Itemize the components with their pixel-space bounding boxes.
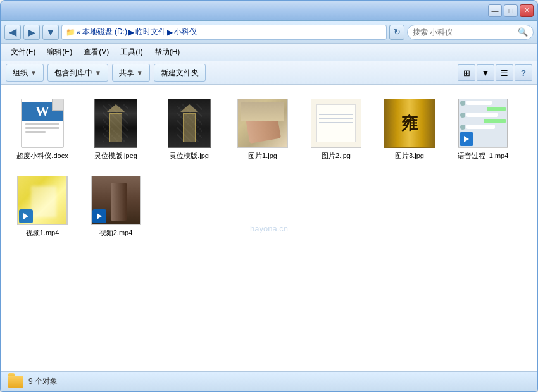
play-triangle — [97, 213, 102, 219]
view-controls: ⊞ ▼ ☰ ? — [458, 64, 532, 81]
file-grid: hayona.cn W 超度小科仪.docx — [1, 85, 537, 371]
refresh-button[interactable]: ↻ — [389, 25, 404, 40]
list-item[interactable]: W 超度小科仪.docx — [11, 95, 74, 162]
chat-row — [460, 113, 506, 118]
chat-avatar — [460, 113, 465, 118]
list-item[interactable]: 图片2.jpg — [304, 95, 368, 162]
play-triangle — [464, 136, 469, 142]
organize-button[interactable]: 组织 ▼ — [6, 64, 44, 82]
organize-arrow: ▼ — [30, 70, 37, 77]
organize-label: 组织 — [13, 68, 28, 78]
maximize-button[interactable]: □ — [504, 4, 518, 17]
new-folder-label: 新建文件夹 — [161, 68, 199, 78]
list-item[interactable]: 视频2.mp4 — [84, 173, 147, 240]
word-icon: W — [21, 99, 64, 148]
play-triangle — [23, 213, 28, 219]
breadcrumb-sep-1: ▶ — [128, 28, 134, 37]
fold-corner — [52, 99, 63, 111]
file-thumb — [17, 175, 68, 226]
search-bar[interactable]: 🔍 — [407, 25, 534, 40]
file-thumb — [311, 98, 361, 149]
status-count: 9 个对象 — [28, 376, 58, 387]
view-details-button[interactable]: ☰ — [496, 64, 513, 81]
breadcrumb[interactable]: 📁 « 本地磁盘 (D:) ▶ 临时文件 ▶ 小科仪 — [61, 25, 387, 40]
list-item[interactable]: 图片1.jpg — [231, 95, 294, 162]
list-item[interactable]: 灵位模版.jpg — [158, 95, 221, 162]
menu-edit[interactable]: 编辑(E) — [42, 45, 77, 59]
share-button[interactable]: 共享 ▼ — [112, 64, 150, 82]
pattern-body — [109, 113, 122, 142]
paper-thumb-icon — [311, 99, 361, 148]
minimize-button[interactable]: — — [488, 4, 502, 17]
include-label: 包含到库中 — [54, 68, 92, 78]
file-name: 灵位模版.jpg — [170, 151, 209, 160]
breadcrumb-item-2[interactable]: 临时文件 — [135, 27, 166, 37]
video-thumb-icon — [17, 176, 68, 225]
breadcrumb-item-3[interactable]: 小科仪 — [174, 27, 197, 37]
share-label: 共享 — [119, 68, 134, 78]
search-input[interactable] — [413, 28, 515, 37]
chat-bubble — [466, 125, 495, 129]
file-explorer-content: hayona.cn W 超度小科仪.docx — [1, 85, 537, 371]
new-folder-button[interactable]: 新建文件夹 — [154, 64, 206, 82]
view-dropdown-button[interactable]: ▼ — [477, 64, 494, 81]
forward-button[interactable]: ▶ — [23, 25, 40, 40]
video-thumb-icon — [458, 99, 508, 148]
chat-bubble — [487, 107, 506, 111]
paper-line — [319, 107, 353, 107]
menu-file[interactable]: 文件(F) — [6, 45, 41, 59]
list-item[interactable]: 语音过程_1.mp4 — [451, 95, 515, 162]
video-thumb-icon — [91, 176, 141, 225]
list-item[interactable]: 灵位模版.jpeg — [84, 95, 147, 162]
file-thumb — [91, 98, 141, 149]
file-thumb — [91, 175, 141, 226]
dropdown-button[interactable]: ▼ — [42, 25, 59, 40]
file-name: 视频1.mp4 — [26, 228, 59, 237]
toolbar: 组织 ▼ 包含到库中 ▼ 共享 ▼ 新建文件夹 ⊞ ▼ ☰ ? — [1, 61, 537, 85]
pattern-body — [183, 113, 196, 142]
file-name: 视频2.mp4 — [99, 228, 133, 237]
chat-row — [460, 125, 506, 130]
hand-thumb-icon — [237, 99, 288, 148]
chat-avatar — [460, 125, 465, 130]
window-controls: — □ ✕ — [488, 4, 534, 17]
gold-char: 雍 — [401, 113, 418, 135]
view-icon-button[interactable]: ⊞ — [458, 64, 475, 81]
video-play-icon — [92, 209, 106, 223]
paper-line — [319, 111, 353, 111]
list-item[interactable]: 雍 图片3.jpg — [378, 95, 441, 162]
paper-line — [319, 118, 353, 119]
breadcrumb-icon: 📁 — [66, 28, 75, 37]
paper-line — [319, 122, 353, 123]
menu-view[interactable]: 查看(V) — [78, 45, 114, 59]
back-button[interactable]: ◀ — [4, 25, 21, 40]
file-thumb: W — [17, 98, 68, 149]
file-thumb: 雍 — [384, 98, 435, 149]
video-play-icon — [19, 209, 33, 223]
search-icon[interactable]: 🔍 — [518, 27, 528, 37]
breadcrumb-sep-2: ▶ — [167, 28, 173, 37]
help-button[interactable]: ? — [515, 64, 532, 81]
chat-row — [460, 101, 506, 106]
menu-tools[interactable]: 工具(I) — [115, 45, 147, 59]
address-bar: ◀ ▶ ▼ 📁 « 本地磁盘 (D:) ▶ 临时文件 ▶ 小科仪 ↻ 🔍 — [1, 21, 537, 44]
include-library-button[interactable]: 包含到库中 ▼ — [47, 64, 108, 82]
menu-help[interactable]: 帮助(H) — [149, 45, 185, 59]
chat-row — [460, 119, 506, 123]
include-arrow: ▼ — [95, 70, 101, 77]
chat-bubble — [466, 101, 492, 105]
breadcrumb-item-1[interactable]: 本地磁盘 (D:) — [82, 27, 127, 37]
video-play-icon — [460, 132, 473, 146]
lingwei-jpg-icon — [168, 99, 211, 148]
file-thumb — [458, 98, 508, 149]
chat-row — [460, 107, 506, 111]
close-button[interactable]: ✕ — [520, 4, 534, 17]
file-thumb — [164, 98, 215, 149]
chat-bubble — [484, 119, 506, 123]
list-item[interactable]: 视频1.mp4 — [11, 173, 74, 240]
file-name: 超度小科仪.docx — [16, 151, 68, 160]
title-bar: — □ ✕ — [1, 1, 537, 21]
lingwei-jpeg-icon — [94, 99, 137, 148]
explorer-window: — □ ✕ ◀ ▶ ▼ 📁 « 本地磁盘 (D:) ▶ 临时文件 ▶ 小科仪 ↻… — [0, 0, 538, 392]
file-name: 图片1.jpg — [248, 151, 277, 160]
